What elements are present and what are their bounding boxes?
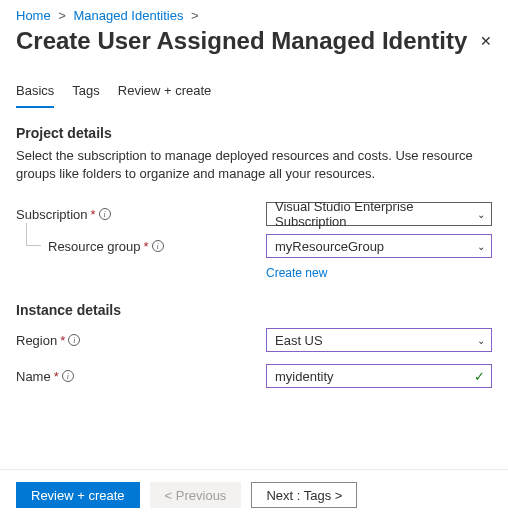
subscription-select[interactable]: Visual Studio Enterprise Subscription ⌄ (266, 202, 492, 226)
name-label: Name * i (16, 369, 266, 384)
resource-group-select[interactable]: myResourceGroup ⌄ (266, 234, 492, 258)
breadcrumb: Home > Managed Identities > (0, 0, 508, 27)
region-select[interactable]: East US ⌄ (266, 328, 492, 352)
review-create-button[interactable]: Review + create (16, 482, 140, 508)
project-details-heading: Project details (16, 125, 492, 141)
project-details-description: Select the subscription to manage deploy… (16, 147, 492, 182)
breadcrumb-home[interactable]: Home (16, 8, 51, 23)
checkmark-icon: ✓ (474, 369, 485, 384)
region-label: Region * i (16, 333, 266, 348)
instance-details-heading: Instance details (16, 302, 492, 318)
tab-basics[interactable]: Basics (16, 83, 54, 108)
close-icon[interactable]: ✕ (480, 33, 492, 49)
next-button[interactable]: Next : Tags > (251, 482, 357, 508)
name-input[interactable]: myidentity ✓ (266, 364, 492, 388)
info-icon[interactable]: i (68, 334, 80, 346)
chevron-down-icon: ⌄ (477, 241, 485, 252)
info-icon[interactable]: i (62, 370, 74, 382)
breadcrumb-managed-identities[interactable]: Managed Identities (74, 8, 184, 23)
tabs: Basics Tags Review + create (0, 65, 508, 109)
create-new-link[interactable]: Create new (266, 266, 492, 280)
chevron-right-icon: > (58, 8, 66, 23)
footer: Review + create < Previous Next : Tags > (0, 469, 508, 520)
tab-tags[interactable]: Tags (72, 83, 99, 108)
subscription-label: Subscription * i (16, 207, 266, 222)
tab-review-create[interactable]: Review + create (118, 83, 212, 108)
chevron-down-icon: ⌄ (477, 209, 485, 220)
info-icon[interactable]: i (152, 240, 164, 252)
chevron-right-icon: > (191, 8, 199, 23)
chevron-down-icon: ⌄ (477, 335, 485, 346)
page-title: Create User Assigned Managed Identity (16, 27, 467, 55)
previous-button: < Previous (150, 482, 242, 508)
info-icon[interactable]: i (99, 208, 111, 220)
resource-group-label: Resource group * i (16, 239, 266, 254)
